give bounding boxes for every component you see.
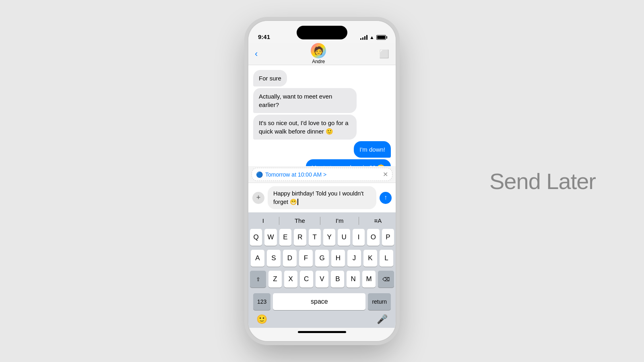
message-bubble-4: I'm down! — [354, 141, 391, 158]
key-r[interactable]: R — [294, 229, 306, 246]
key-u[interactable]: U — [338, 229, 350, 246]
send-later-time[interactable]: 🔵 Tomorrow at 10:00 AM > — [256, 171, 326, 178]
predictive-more[interactable]: ≡A — [371, 216, 385, 226]
emoji-button[interactable]: 🙂 — [256, 314, 267, 325]
video-call-button[interactable]: ⬜ — [379, 49, 389, 59]
page-container: Send Later 9:41 ▲ ‹ — [0, 0, 644, 362]
status-icons: ▲ — [360, 35, 386, 40]
key-v[interactable]: V — [316, 271, 329, 288]
status-time: 9:41 — [258, 33, 270, 40]
key-b[interactable]: B — [331, 271, 344, 288]
num-key[interactable]: 123 — [253, 293, 270, 310]
space-key[interactable]: space — [273, 293, 365, 310]
key-h[interactable]: H — [331, 250, 345, 267]
mic-button[interactable]: 🎤 — [377, 314, 388, 325]
key-a[interactable]: A — [251, 250, 264, 267]
message-bubble-2: Actually, want to meet even earlier? — [253, 88, 357, 113]
calendar-icon: 🔵 — [256, 171, 263, 178]
contact-name: Andre — [312, 59, 325, 64]
signal-bars-icon — [360, 35, 367, 40]
keyboard-row-1: Q W E R T Y U I O P — [250, 229, 394, 246]
wifi-icon: ▲ — [369, 35, 374, 40]
message-input[interactable]: Happy birthday! Told you I wouldn't forg… — [268, 186, 376, 209]
key-l[interactable]: L — [380, 250, 393, 267]
key-p[interactable]: P — [382, 229, 394, 246]
predictive-word-2[interactable]: The — [291, 216, 308, 226]
key-t[interactable]: T — [309, 229, 321, 246]
dynamic-island — [297, 26, 347, 39]
key-d[interactable]: D — [283, 250, 297, 267]
phone-shell: 9:41 ▲ ‹ 🧑 Andre ⬜ — [248, 20, 396, 342]
message-bubble-3: It's so nice out, I'd love to go for a q… — [253, 115, 357, 140]
key-g[interactable]: G — [315, 250, 329, 267]
key-s[interactable]: S — [267, 250, 281, 267]
close-banner-button[interactable]: ✕ — [383, 171, 388, 178]
plus-button[interactable]: + — [252, 192, 264, 204]
key-y[interactable]: Y — [323, 229, 335, 246]
send-button[interactable]: ↑ — [380, 192, 392, 204]
keyboard-bottom-bar: 123 space return — [250, 292, 394, 313]
keyboard: I The I'm ≡A Q W E R T Y U I O P — [248, 212, 396, 328]
shift-key[interactable]: ⇧ — [250, 271, 266, 288]
nav-bar: ‹ 🧑 Andre ⬜ — [248, 43, 396, 65]
keyboard-row-3: ⇧ Z X C V B N M ⌫ — [250, 271, 394, 288]
predictive-word-3[interactable]: I'm — [332, 216, 347, 226]
messages-area: For sure Actually, want to meet even ear… — [248, 65, 396, 166]
send-later-banner[interactable]: 🔵 Tomorrow at 10:00 AM > ✕ — [252, 168, 392, 181]
key-x[interactable]: X — [284, 271, 297, 288]
message-bubble-1: For sure — [253, 70, 287, 86]
send-arrow-icon: ↑ — [384, 194, 387, 201]
key-j[interactable]: J — [347, 250, 361, 267]
home-indicator — [298, 331, 346, 333]
key-i[interactable]: I — [353, 229, 365, 246]
back-button[interactable]: ‹ — [255, 49, 258, 59]
key-c[interactable]: C — [300, 271, 313, 288]
key-e[interactable]: E — [279, 229, 291, 246]
key-o[interactable]: O — [367, 229, 379, 246]
delete-key[interactable]: ⌫ — [378, 271, 394, 288]
send-later-label: Send Later — [489, 168, 596, 194]
key-z[interactable]: Z — [268, 271, 282, 288]
return-key[interactable]: return — [368, 293, 391, 310]
avatar: 🧑 — [311, 43, 326, 58]
keyboard-row-2: A S D F G H J K L — [250, 250, 394, 267]
battery-icon — [376, 35, 386, 40]
predictive-bar: I The I'm ≡A — [250, 216, 394, 229]
nav-center[interactable]: 🧑 Andre — [311, 43, 326, 64]
key-f[interactable]: F — [299, 250, 313, 267]
key-n[interactable]: N — [347, 271, 360, 288]
key-q[interactable]: Q — [250, 229, 262, 246]
key-w[interactable]: W — [264, 229, 277, 246]
input-area: + Happy birthday! Told you I wouldn't fo… — [248, 183, 396, 212]
message-bubble-5: Meet at your place in 30 🫡 — [306, 159, 391, 166]
predictive-word-1[interactable]: I — [259, 216, 267, 226]
key-m[interactable]: M — [362, 271, 376, 288]
key-k[interactable]: K — [363, 250, 377, 267]
